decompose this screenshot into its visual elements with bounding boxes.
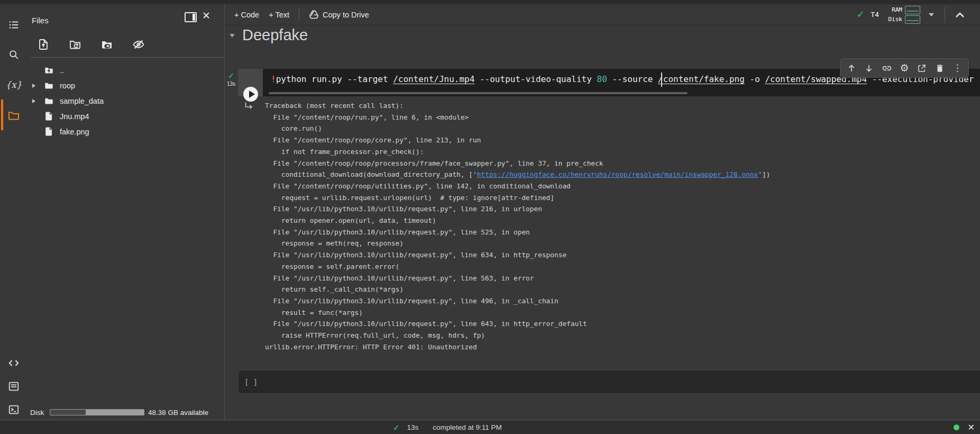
disk-sparkline <box>906 20 919 21</box>
refresh-folder-icon[interactable] <box>69 38 81 51</box>
more-cell-actions-icon[interactable]: ⋮ <box>951 62 963 74</box>
add-code-label: + Code <box>234 11 259 19</box>
add-text-label: + Text <box>269 11 289 19</box>
copy-cell-link-icon[interactable] <box>881 62 893 74</box>
files-separator <box>31 57 224 58</box>
tree-row-roop[interactable]: roop <box>28 78 224 93</box>
cell-output-icon[interactable] <box>243 101 255 113</box>
folder-icon <box>44 80 54 91</box>
tree-row-parent-dir[interactable]: .. <box>28 62 224 78</box>
mount-drive-icon[interactable] <box>100 38 113 51</box>
runtime-connected-check-icon: ✓ <box>857 9 864 20</box>
shell-bang: ! <box>271 74 276 84</box>
file-name: fake.png <box>60 128 89 136</box>
table-of-contents-icon[interactable] <box>0 16 28 34</box>
disk-meter[interactable] <box>905 15 920 24</box>
expand-caret-icon[interactable] <box>32 84 35 88</box>
move-cell-down-icon[interactable] <box>863 62 875 74</box>
file-name: .. <box>60 66 64 75</box>
tree-row-sample-data[interactable]: sample_data <box>28 93 224 108</box>
cell-execution-status: ✓ 13s <box>224 72 238 87</box>
notebook-toolbar: + Code + Text Copy to Drive ✓ T4 RAM Dis… <box>225 4 980 25</box>
run-cell-button[interactable] <box>243 87 258 102</box>
variable-inspector-icon[interactable]: {x} <box>0 76 28 94</box>
cell-toolbar: ⚙ ⋮ <box>840 58 969 78</box>
disk-usage-row: Disk 48.38 GB available <box>28 406 224 420</box>
status-bar: ✓ 13s completed at 9:11 PM ✕ <box>0 420 980 434</box>
file-name: roop <box>60 82 75 90</box>
quality-value: 80 <box>597 74 607 84</box>
empty-code-cell[interactable]: [ ] <box>238 370 980 394</box>
expand-caret-icon[interactable] <box>32 99 35 103</box>
code-text: --output-video-quality <box>474 74 597 84</box>
file-name: sample_data <box>60 97 104 105</box>
gpu-type-label: T4 <box>871 11 879 19</box>
open-in-tab-icon[interactable] <box>916 62 928 74</box>
upload-file-icon[interactable] <box>37 38 50 51</box>
ram-sparkline <box>906 11 919 12</box>
play-icon <box>249 91 255 98</box>
status-right-group: ✕ <box>954 420 975 434</box>
colab-window: {x} Files ✕ <box>0 0 980 434</box>
status-message: completed at 9:11 PM <box>433 423 501 431</box>
cell-success-check-icon: ✓ <box>224 72 238 79</box>
huggingface-link[interactable]: https://huggingface.co/henryruhs/roop/re… <box>477 170 758 178</box>
delete-cell-icon[interactable] <box>934 62 946 74</box>
close-panel-icon[interactable]: ✕ <box>202 10 210 22</box>
top-strip <box>0 0 980 4</box>
search-icon[interactable] <box>0 46 28 64</box>
disk-usage-bar <box>50 409 144 415</box>
open-panel-in-new-tab-icon[interactable] <box>185 12 197 22</box>
tree-row-jnu-mp4[interactable]: Jnu.mp4 <box>28 108 224 124</box>
add-text-button[interactable]: + Text <box>269 11 289 19</box>
ram-label: RAM <box>886 6 902 13</box>
cell-settings-gear-icon[interactable]: ⚙ <box>899 62 910 74</box>
toolbar-separator <box>299 8 299 22</box>
file-name: Jnu.mp4 <box>60 112 89 121</box>
disk-meter-label: Disk <box>886 16 902 23</box>
folder-up-icon <box>44 65 54 75</box>
disk-used-segment <box>50 410 86 415</box>
files-panel: Files ✕ .. <box>28 4 224 420</box>
tree-row-fake-png[interactable]: fake.png <box>28 124 224 139</box>
folder-icon <box>44 96 54 106</box>
traceback-text: Traceback (most recent call last): File … <box>265 102 603 178</box>
copy-to-drive-button[interactable]: Copy to Drive <box>309 10 369 19</box>
panel-divider <box>224 4 225 420</box>
toolbar-separator-2 <box>945 7 945 23</box>
traceback-text: ']) File "/content/roop/roop/utilities.p… <box>265 170 770 351</box>
file-icon <box>44 126 54 137</box>
add-code-button[interactable]: + Code <box>234 11 259 19</box>
section-collapse-icon[interactable] <box>230 34 235 38</box>
status-check-icon: ✓ <box>393 423 400 432</box>
status-duration: 13s <box>407 423 419 431</box>
connection-status-dot <box>954 424 959 430</box>
copy-to-drive-label: Copy to Drive <box>323 11 369 19</box>
drive-icon <box>309 10 319 19</box>
code-text: python run.py --target <box>276 74 393 84</box>
section-title: Deepfake <box>242 26 308 44</box>
command-palette-icon[interactable] <box>0 377 28 395</box>
move-cell-up-icon[interactable] <box>846 62 857 74</box>
files-panel-icon[interactable] <box>0 106 28 124</box>
file-icon <box>44 111 54 121</box>
files-toolbar <box>37 38 145 51</box>
cell-gutter <box>238 69 263 96</box>
section-header: Deepfake <box>225 25 980 47</box>
toolbar-left-group: + Code + Text Copy to Drive <box>234 4 369 25</box>
ram-meter[interactable] <box>905 6 920 14</box>
source-path: /content/fake.png <box>658 74 745 84</box>
terminal-icon[interactable] <box>0 401 28 419</box>
cell-execution-time: 13s <box>224 81 238 87</box>
disk-available-text: 48.38 GB available <box>148 409 208 417</box>
code-snippets-icon[interactable] <box>0 354 28 372</box>
target-path: /content/Jnu.mp4 <box>393 74 474 84</box>
hide-hidden-files-icon[interactable] <box>132 38 145 51</box>
collapse-toolbar-icon[interactable] <box>955 11 965 19</box>
runtime-dropdown-icon[interactable] <box>929 13 934 16</box>
resource-meters[interactable]: RAM Disk <box>886 6 920 24</box>
close-status-bar-icon[interactable]: ✕ <box>968 423 975 432</box>
output-traceback: Traceback (most recent call last): File … <box>265 100 770 352</box>
execution-status: ✓ 13s completed at 9:11 PM <box>393 420 502 434</box>
code-horizontal-scrollbar[interactable] <box>269 92 688 94</box>
